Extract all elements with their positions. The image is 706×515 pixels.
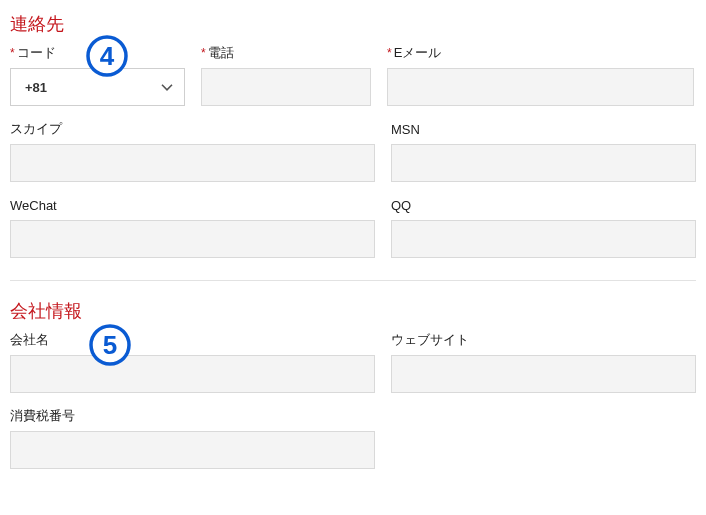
vat-input[interactable] [10,431,375,469]
skype-field: スカイプ [10,120,375,182]
company-name-field: 会社名 [10,331,375,393]
contact-row-1: * コード +81 * 電話 * Eメール [10,44,696,106]
contact-row-2: スカイプ MSN [10,120,696,182]
company-section: 会社情報 5 会社名 ウェブサイト 消費税番号 [10,299,696,469]
qq-input[interactable] [391,220,696,258]
email-input[interactable] [387,68,694,106]
website-field: ウェブサイト [391,331,696,393]
website-label: ウェブサイト [391,331,696,349]
company-name-label: 会社名 [10,331,375,349]
code-select[interactable]: +81 [10,68,185,106]
email-field: * Eメール [387,44,694,106]
qq-field: QQ [391,196,696,258]
wechat-field: WeChat [10,196,375,258]
msn-field: MSN [391,120,696,182]
email-label: * Eメール [387,44,694,62]
required-marker: * [10,46,15,60]
wechat-input[interactable] [10,220,375,258]
contact-row-3: WeChat QQ [10,196,696,258]
qq-label: QQ [391,196,696,214]
section-divider [10,280,696,281]
msn-label: MSN [391,120,696,138]
phone-label: * 電話 [201,44,371,62]
msn-input[interactable] [391,144,696,182]
code-label-text: コード [17,44,56,62]
company-row-1: 会社名 ウェブサイト [10,331,696,393]
code-field: * コード +81 [10,44,185,106]
vat-field: 消費税番号 [10,407,375,469]
company-row-2: 消費税番号 [10,407,696,469]
phone-input[interactable] [201,68,371,106]
contact-section-title: 連絡先 [10,12,696,36]
website-input[interactable] [391,355,696,393]
contact-section: 連絡先 * コード +81 * 電話 [10,12,696,258]
email-label-text: Eメール [394,44,442,62]
skype-label: スカイプ [10,120,375,138]
phone-field: * 電話 [201,44,371,106]
phone-label-text: 電話 [208,44,234,62]
code-label: * コード [10,44,185,62]
company-name-input[interactable] [10,355,375,393]
code-select-wrap: +81 [10,68,185,106]
company-section-title: 会社情報 [10,299,696,323]
vat-label: 消費税番号 [10,407,375,425]
required-marker: * [201,46,206,60]
required-marker: * [387,46,392,60]
wechat-label: WeChat [10,196,375,214]
skype-input[interactable] [10,144,375,182]
